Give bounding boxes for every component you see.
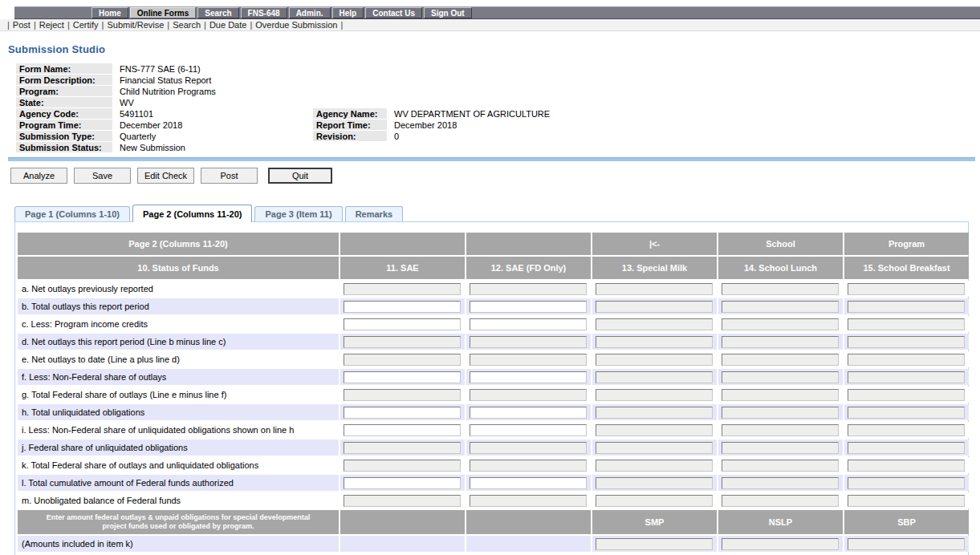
amount-cell <box>466 422 591 438</box>
column-header: NSLP <box>718 510 843 534</box>
input-i-11[interactable] <box>344 424 461 436</box>
amount-cell <box>718 404 843 420</box>
input-h-15 <box>848 407 965 419</box>
input-e-13 <box>596 354 713 366</box>
row-label: g. Total Federal share of outlays (Line … <box>18 387 339 403</box>
amount-cell <box>466 404 591 420</box>
amount-cell <box>844 387 969 403</box>
nav-online-forms[interactable]: Online Forms <box>130 7 196 18</box>
save-button[interactable]: Save <box>74 168 131 184</box>
input-b-15 <box>848 301 965 313</box>
menu-reject[interactable]: Reject <box>39 20 64 30</box>
table-row: g. Total Federal share of outlays (Line … <box>18 387 969 403</box>
analyze-button[interactable]: Analyze <box>10 168 67 184</box>
edit-check-button[interactable]: Edit Check <box>137 168 194 184</box>
tab-page-2-columns-11-20[interactable]: Page 2 (Columns 11-20) <box>132 205 253 222</box>
quit-button[interactable]: Quit <box>268 168 332 184</box>
input-l-12[interactable] <box>470 477 587 489</box>
input-l-11[interactable] <box>344 477 461 489</box>
table-row: h. Total unliquidated obligations <box>18 404 969 420</box>
nav-fns-648[interactable]: FNS-648 <box>241 7 287 18</box>
nav-home[interactable]: Home <box>91 7 128 18</box>
field-label: Revision: <box>313 131 387 141</box>
amount-cell <box>844 422 969 438</box>
amount-cell <box>718 369 843 385</box>
nav-search[interactable]: Search <box>197 7 238 18</box>
form-info-row: Form Name:FNS-777 SAE (6-11) <box>16 63 968 74</box>
amount-cell <box>844 492 969 508</box>
amount-cell <box>466 492 591 508</box>
input-f-12[interactable] <box>470 371 587 383</box>
input-h-13 <box>596 407 713 419</box>
amount-cell <box>718 298 843 314</box>
input-e-11 <box>344 354 461 366</box>
amount-cell <box>466 281 591 297</box>
input-l-15 <box>848 477 965 489</box>
menu-separator: | <box>204 20 206 30</box>
field-label: Submission Status: <box>16 142 112 152</box>
input-f-11[interactable] <box>344 371 461 383</box>
nav-help[interactable]: Help <box>332 7 364 18</box>
table-row: d. Net outlays this report period (Line … <box>18 334 969 350</box>
input-c-12[interactable] <box>470 318 587 330</box>
input-i-14 <box>722 424 839 436</box>
input-l-13 <box>596 477 713 489</box>
menu-separator: | <box>67 20 70 30</box>
column-header: 12. SAE (FD Only) <box>466 257 591 279</box>
input-b-12[interactable] <box>470 301 587 313</box>
field-value: December 2018 <box>112 120 313 130</box>
nav-admin[interactable]: Admin. <box>289 7 331 18</box>
input-d-15 <box>848 336 965 348</box>
amount-cell <box>592 316 717 332</box>
funds-table-body: a. Net outlays previously reportedb. Tot… <box>18 281 969 552</box>
input-e-15 <box>848 354 965 366</box>
row-label: (Amounts included in item k) <box>18 536 339 552</box>
table-row: j. Federal share of unliquidated obligat… <box>18 440 969 456</box>
amount-cell <box>340 281 465 297</box>
menu-certify[interactable]: Certify <box>73 20 99 30</box>
input-h-11[interactable] <box>344 407 461 419</box>
tab-page-3-item-11[interactable]: Page 3 (Item 11) <box>254 206 342 221</box>
menu-search[interactable]: Search <box>173 20 201 30</box>
menu-post[interactable]: Post <box>13 20 30 30</box>
amount-cell <box>718 334 843 350</box>
tab-remarks[interactable]: Remarks <box>345 206 403 221</box>
input-c-11[interactable] <box>344 318 461 330</box>
nav-contact-us[interactable]: Contact Us <box>365 7 422 18</box>
field-label: Program Time: <box>16 120 112 130</box>
amount-cell <box>592 387 717 403</box>
input-h-12[interactable] <box>470 407 587 419</box>
input-a-11 <box>344 283 461 295</box>
form-info-row: Form Description:Financial Status Report <box>16 75 968 85</box>
input-c-14 <box>722 318 839 330</box>
amount-cell <box>844 316 969 332</box>
menu-due-date[interactable]: Due Date <box>209 20 246 30</box>
nav-sign-out[interactable]: Sign Out <box>424 7 472 18</box>
tab-panel: Page 2 (Columns 11-20)|<-SchoolProgram10… <box>14 221 969 555</box>
column-header: 11. SAE <box>340 257 465 279</box>
funds-table-head: Page 2 (Columns 11-20)|<-SchoolProgram10… <box>18 233 969 279</box>
field-label: Agency Code: <box>16 108 112 119</box>
input-i-12[interactable] <box>470 424 587 436</box>
input-k-14 <box>722 460 839 472</box>
amount-cell <box>592 281 717 297</box>
amount-cell <box>340 298 465 314</box>
input-j-14 <box>722 442 839 454</box>
field-label: Report Time: <box>313 120 387 130</box>
amount-cell <box>466 536 591 552</box>
menu-submit-revise[interactable]: Submit/Revise <box>107 20 164 30</box>
post-button[interactable]: Post <box>201 168 258 184</box>
field-label: Program: <box>16 86 112 96</box>
tab-page-1-columns-1-10[interactable]: Page 1 (Columns 1-10) <box>14 206 130 221</box>
field-label: Form Name: <box>16 63 112 74</box>
input-smp <box>596 538 713 550</box>
menu-overdue-submission[interactable]: Overdue Submission <box>255 20 337 30</box>
amount-cell <box>340 387 465 403</box>
amount-cell <box>844 369 969 385</box>
amount-cell <box>844 404 969 420</box>
input-d-14 <box>722 336 839 348</box>
amount-cell <box>466 440 591 456</box>
input-b-11[interactable] <box>344 301 461 313</box>
form-info-row: State:WV <box>16 97 968 107</box>
amount-cell <box>340 422 465 438</box>
